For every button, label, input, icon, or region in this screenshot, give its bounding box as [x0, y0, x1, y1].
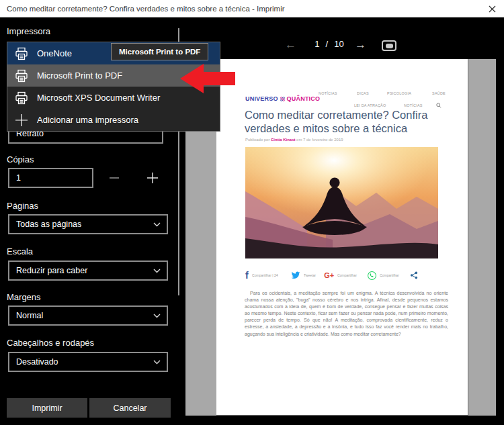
printer-icon [14, 46, 29, 61]
printer-icon [14, 68, 29, 83]
scale-select[interactable]: Reduzir para caber [8, 261, 168, 281]
total-pages: 10 [334, 39, 343, 49]
article-title: Como meditar corretamente? Confira verda… [245, 109, 452, 135]
chevron-down-icon [153, 222, 161, 227]
close-icon [489, 5, 496, 13]
printer-option-add-printer[interactable]: Adicionar uma impressora [7, 109, 220, 131]
nav-item-psicologia[interactable]: PSICOLOGIA [387, 92, 411, 95]
current-page: 1 [314, 39, 319, 49]
byline-author[interactable]: Cíntia Kinast [271, 138, 295, 142]
headers-footers-select[interactable]: Desativado [8, 352, 168, 372]
add-printer-icon [14, 113, 29, 128]
previous-page-button[interactable]: ← [285, 38, 296, 52]
printer-tooltip: Microsoft Print to PDF [111, 43, 208, 60]
site-nav-secondary: LEI DA ATRAÇÃO NOTÍCIAS [354, 103, 442, 108]
google-plus-icon[interactable]: G+ [324, 271, 334, 279]
nav-item-noticias-2[interactable]: NOTÍCIAS [404, 103, 423, 107]
copies-label: Cópias [7, 154, 34, 164]
copies-increment-button[interactable] [139, 168, 166, 188]
scale-value: Reduzir para caber [16, 266, 87, 275]
page-indicator: 1 / 10 [304, 39, 355, 49]
chevron-down-icon [153, 360, 161, 365]
whatsapp-share-label[interactable]: Compartilhar [380, 273, 399, 277]
chevron-down-icon [153, 314, 161, 318]
print-dialog: Como meditar corretamente? Confira verda… [0, 0, 504, 425]
scale-label: Escala [7, 246, 33, 256]
site-logo: UNIVERSO QUÂNTICO [245, 95, 320, 102]
article-byline: Publicado por Cíntia Kinast em 7 de feve… [245, 138, 343, 142]
gplus-share-label[interactable]: Compartilhar [337, 273, 357, 277]
nav-item-lei-da-atracao[interactable]: LEI DA ATRAÇÃO [354, 103, 386, 107]
site-logo-quantico: QUÂNTICO [287, 95, 321, 102]
copies-value: 1 [16, 173, 21, 183]
tweet-label[interactable]: Tweetar [304, 273, 316, 277]
search-icon[interactable] [436, 103, 442, 108]
margins-select[interactable]: Normal [8, 305, 168, 326]
preview-viewport[interactable]: UNIVERSO QUÂNTICO NOTÍCIAS DICAS PSICOLO… [185, 59, 496, 416]
red-arrow-annotation [177, 62, 238, 95]
share-alt-icon[interactable] [410, 271, 418, 279]
byline-prefix: Publicado por [245, 138, 271, 142]
print-button[interactable]: Imprimir [7, 398, 87, 418]
pages-value: Todas as páginas [16, 220, 81, 229]
preview-page: UNIVERSO QUÂNTICO NOTÍCIAS DICAS PSICOLO… [216, 59, 468, 416]
site-logo-universo: UNIVERSO [245, 95, 278, 102]
copies-input[interactable]: 1 [8, 168, 93, 188]
margins-label: Margens [7, 292, 41, 302]
pages-select[interactable]: Todas as páginas [8, 214, 168, 234]
whatsapp-icon[interactable] [368, 271, 376, 280]
byline-suffix: em 7 de fevereiro de 2019 [295, 138, 343, 142]
article-body: Para os ocidentais, a meditação sempre f… [245, 290, 448, 338]
headers-footers-label: Cabeçalhos e rodapés [7, 338, 94, 348]
printer-option-label: Adicionar uma impressora [37, 115, 138, 125]
next-page-button[interactable]: → [355, 38, 366, 52]
plus-icon [146, 171, 159, 185]
nav-item-saude[interactable]: SAÚDE [432, 92, 446, 95]
fit-to-page-icon [386, 44, 393, 48]
fit-to-page-button[interactable] [382, 40, 396, 51]
nav-item-dicas[interactable]: DICAS [357, 92, 369, 95]
printer-icon [14, 91, 29, 105]
printer-option-label: Microsoft Print to PDF [37, 70, 122, 81]
title-bar: Como meditar corretamente? Confira verda… [0, 0, 504, 17]
cancel-button[interactable]: Cancelar [89, 398, 171, 418]
close-button[interactable] [487, 3, 497, 14]
facebook-share-label[interactable]: Compartilhar | 24 [252, 273, 278, 277]
copies-decrement-button[interactable] [101, 168, 128, 188]
chevron-down-icon [153, 269, 161, 273]
minus-icon [108, 172, 120, 184]
meditation-sunset-image [245, 147, 438, 258]
share-buttons-row: f Compartilhar | 24 Tweetar G+ Compartil… [245, 270, 418, 281]
printer-label: Impressora [7, 26, 50, 36]
headers-footers-value: Desativado [16, 357, 58, 367]
margins-value: Normal [16, 311, 43, 320]
nav-item-noticias[interactable]: NOTÍCIAS [319, 92, 337, 95]
atom-icon [280, 96, 286, 102]
page-separator: / [326, 39, 329, 49]
twitter-icon[interactable] [291, 271, 300, 279]
site-nav-primary: NOTÍCIAS DICAS PSICOLOGIA SAÚDE [319, 91, 450, 96]
printer-option-label: OneNote [37, 48, 72, 58]
printer-option-label: Microsoft XPS Document Writer [37, 93, 160, 103]
pages-label: Páginas [7, 201, 38, 211]
window-title: Como meditar corretamente? Confira verda… [7, 5, 285, 13]
facebook-icon[interactable]: f [245, 271, 249, 280]
